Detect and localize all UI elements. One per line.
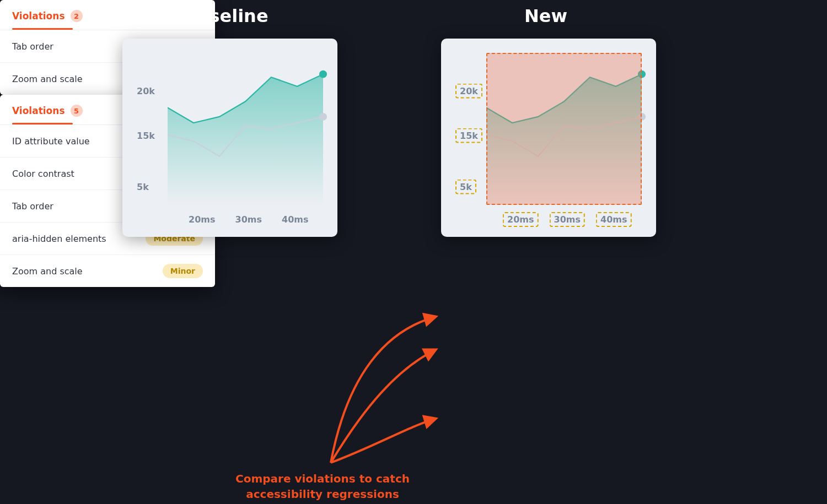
y-tick: 5k	[137, 182, 149, 192]
highlight-overlay	[486, 53, 642, 205]
caption-line2: accessibility regressions	[235, 486, 410, 502]
chart-new: 20k 15k 5k 20ms 30ms 40ms	[455, 53, 642, 225]
violation-label: aria-hidden elements	[12, 234, 106, 244]
violation-label: Zoom and scale	[12, 266, 83, 277]
violation-label: Tab order	[12, 41, 53, 52]
svg-point-0	[319, 71, 327, 78]
chart-plot-baseline	[168, 53, 323, 205]
column-title-new: New	[524, 6, 567, 26]
violation-row[interactable]: Zoom and scaleMinor	[0, 254, 215, 287]
y-tick: 15k	[137, 130, 155, 140]
violations-count-badge: 5	[71, 105, 83, 117]
tab-underline	[12, 28, 73, 30]
y-tick: 15k	[460, 130, 478, 140]
tab-underline	[12, 123, 73, 124]
chart-baseline: 20k 15k 5k 20ms 30ms 40ms	[137, 53, 323, 225]
x-tick: 20ms	[507, 214, 534, 225]
violation-label: Zoom and scale	[12, 74, 83, 84]
x-tick: 40ms	[282, 214, 308, 225]
violation-label: Color contrast	[12, 169, 74, 179]
x-tick: 30ms	[554, 214, 581, 225]
chart-plot-new	[486, 53, 642, 205]
caption-line1: Compare violations to catch	[235, 472, 410, 485]
chart-card-new: 20k 15k 5k 20ms 30ms 40ms	[441, 39, 656, 237]
violations-title: Violations	[12, 105, 65, 116]
violations-count-badge: 2	[71, 10, 83, 22]
y-tick: 5k	[460, 182, 472, 192]
chart-card-baseline: 20k 15k 5k 20ms 30ms 40ms	[122, 39, 337, 237]
svg-point-1	[319, 113, 327, 121]
y-tick: 20k	[460, 85, 478, 96]
x-tick: 30ms	[235, 214, 262, 225]
violation-label: ID attribute value	[12, 136, 90, 147]
violations-tab[interactable]: Violations 5	[0, 95, 215, 124]
violations-tab[interactable]: Violations 2	[0, 0, 215, 30]
violation-label: Tab order	[12, 201, 53, 212]
severity-badge: Minor	[163, 264, 203, 278]
comparison-caption: Compare violations to catch accessibilit…	[235, 471, 410, 502]
comparison-stage: Baseline New 20k 15k 5k 20ms 30ms 40ms 2…	[0, 0, 827, 504]
x-tick: 20ms	[189, 214, 215, 225]
x-tick: 40ms	[600, 214, 627, 225]
violations-title: Violations	[12, 10, 65, 21]
